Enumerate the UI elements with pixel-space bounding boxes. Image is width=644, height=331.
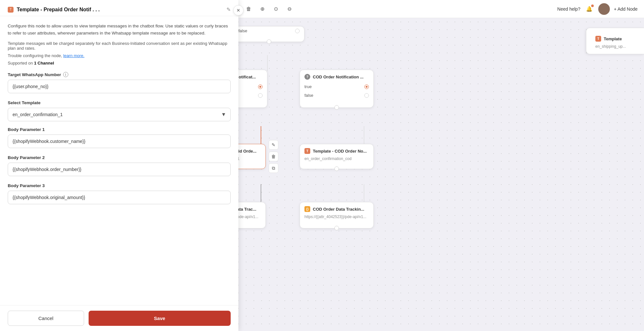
- node-connector-bottom: [267, 39, 271, 44]
- panel-overlay: ✕ T Template - Prepaid Order Notif . . .…: [0, 0, 238, 331]
- top-false-node: false: [234, 26, 304, 42]
- body2-label: Body Parameter 2: [8, 155, 231, 160]
- zoom-in-btn[interactable]: ⊕: [257, 4, 267, 14]
- template-cod-subtext: en_order_confirmation_cod: [300, 156, 373, 162]
- cod-tracker-connector: [334, 226, 339, 230]
- true-radio[interactable]: [258, 85, 263, 89]
- panel-title: Template - Prepaid Order Notif . . .: [17, 7, 223, 13]
- cod-condition-icon: ?: [304, 74, 310, 80]
- body1-label: Body Parameter 1: [8, 127, 231, 132]
- panel-description: Configure this node to allow users to vi…: [8, 23, 231, 36]
- zoom-out-btn[interactable]: ⊖: [284, 4, 294, 14]
- body1-group: Body Parameter 1: [8, 127, 231, 154]
- cod-node-header: ? COD Order Notification ...: [300, 70, 373, 82]
- add-node-button[interactable]: + Add Node: [614, 6, 638, 12]
- notification-bell-icon[interactable]: 🔔: [584, 4, 594, 14]
- true-row: true: [300, 82, 373, 91]
- node-delete-button[interactable]: 🗑: [269, 152, 278, 161]
- cod-false-radio[interactable]: [364, 93, 369, 98]
- template-label: Select Template: [8, 100, 231, 105]
- panel-header-icon: T: [8, 7, 14, 13]
- false-radio[interactable]: [258, 93, 263, 98]
- panel-close-button[interactable]: ✕: [233, 5, 244, 15]
- cod-true-radio[interactable]: [364, 85, 369, 89]
- cod-connector: [334, 105, 339, 110]
- cod-tracker-subtext: https://{{attr_4042523}}/pde-api/v1...: [300, 215, 373, 220]
- cod-tracker-icon: {}: [304, 206, 310, 212]
- body2-input[interactable]: [8, 163, 231, 176]
- false-row: false: [234, 26, 304, 35]
- partial-template-header: T Template: [591, 32, 639, 44]
- partial-template-subtext: en_shipping_up...: [591, 44, 639, 50]
- body2-group: Body Parameter 2: [8, 155, 231, 182]
- template-cod-node: T Template - COD Order No... en_order_co…: [300, 144, 374, 169]
- panel-edit-icon[interactable]: ✎: [226, 6, 231, 13]
- topbar-right: Need help? 🔔 + Add Node: [557, 3, 638, 15]
- learn-more-link[interactable]: learn more.: [63, 53, 84, 58]
- body3-label: Body Parameter 3: [8, 183, 231, 188]
- body1-input[interactable]: [8, 135, 231, 148]
- delete-icon-btn[interactable]: 🗑: [244, 4, 254, 14]
- template-select-wrapper: en_order_confirmation_1 ▼: [8, 108, 231, 121]
- partial-template-icon: T: [595, 36, 601, 42]
- node-copy-button[interactable]: ⧉: [269, 163, 278, 173]
- template-cod-icon: T: [304, 148, 310, 154]
- body3-input[interactable]: [8, 191, 231, 204]
- panel-body: Configure this node to allow users to vi…: [0, 16, 238, 305]
- node-actions: ✎ 🗑 ⧉: [269, 140, 278, 173]
- save-button[interactable]: Save: [89, 311, 231, 326]
- false-row: false: [300, 91, 373, 100]
- target-number-input[interactable]: [8, 80, 231, 93]
- template-select[interactable]: en_order_confirmation_1: [8, 108, 231, 121]
- template-select-group: Select Template en_order_confirmation_1 …: [8, 100, 231, 121]
- partial-template-node: T Template en_shipping_up...: [586, 28, 644, 54]
- zoom-reset-btn[interactable]: ⊙: [271, 4, 281, 14]
- panel-trouble: Trouble configuring the node, learn more…: [8, 53, 231, 58]
- panel-notice: Template messages will be charged separa…: [8, 41, 231, 51]
- cancel-button[interactable]: Cancel: [8, 311, 84, 326]
- cod-tracker-node: {} COD Order Data Trackin... https://{{a…: [300, 202, 374, 228]
- help-label: Need help?: [557, 6, 581, 12]
- panel-supported: Supported on 1 Channel: [8, 61, 231, 65]
- template-cod-header: T Template - COD Order No...: [300, 144, 373, 156]
- target-label: Target WhatsApp Number i: [8, 72, 231, 77]
- false-radio[interactable]: [295, 29, 300, 33]
- avatar[interactable]: [598, 3, 610, 15]
- template-cod-connector: [334, 166, 339, 171]
- target-info-icon[interactable]: i: [63, 72, 68, 77]
- body3-group: Body Parameter 3: [8, 183, 231, 210]
- target-number-group: Target WhatsApp Number i: [8, 72, 231, 99]
- cod-tracker-header: {} COD Order Data Trackin...: [300, 202, 373, 215]
- panel-footer: Cancel Save: [0, 305, 238, 331]
- node-edit-button[interactable]: ✎: [269, 140, 278, 150]
- cod-condition-node: ? COD Order Notification ... true false: [300, 70, 374, 108]
- panel-header: T Template - Prepaid Order Notif . . . ✎: [0, 0, 238, 16]
